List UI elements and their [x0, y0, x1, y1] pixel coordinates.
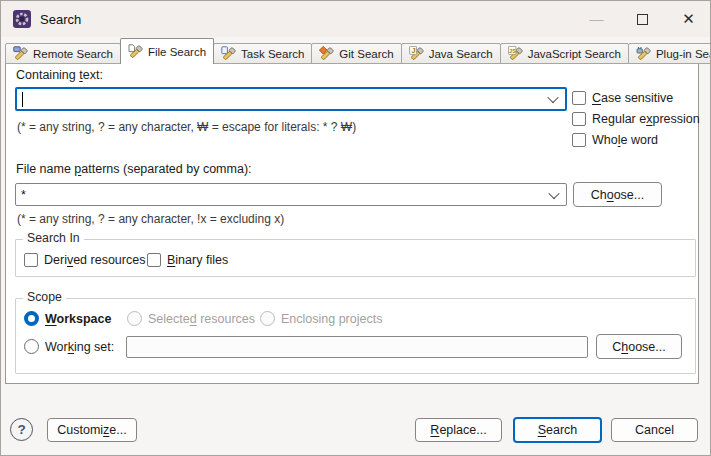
radio-disabled-icon [260, 311, 275, 326]
cancel-label: Cancel [635, 423, 674, 437]
enclosing-projects-radio: Enclosing projects [260, 310, 382, 327]
minimize-icon: — [590, 11, 604, 27]
file-name-patterns-hint: (* = any string, ? = any character, !x =… [17, 212, 284, 226]
radio-unselected-icon [24, 339, 39, 354]
file-name-patterns-label: File name patterns (separated by comma): [16, 162, 252, 176]
tab-label: Task Search [241, 48, 304, 60]
tab-remote-search[interactable]: Remote Search [5, 43, 121, 64]
radio-disabled-icon [127, 311, 142, 326]
search-label: Search [538, 423, 578, 437]
tab-label: Git Search [339, 48, 393, 60]
javascript-search-icon: JS [508, 46, 524, 62]
tab-label: File Search [148, 46, 206, 58]
text-caret [22, 92, 23, 107]
workspace-label: Workspace [45, 312, 111, 326]
close-icon: ✕ [682, 10, 695, 28]
tab-label: Java Search [429, 48, 493, 60]
containing-text-combo[interactable] [15, 87, 567, 111]
whole-word-checkbox[interactable]: Whole word [572, 131, 658, 148]
svg-text:J: J [411, 46, 415, 55]
tab-plugin-search[interactable]: Plug-in Search [628, 43, 711, 64]
title-bar: Search — ✕ [1, 1, 710, 37]
checkbox-icon [147, 253, 161, 267]
checkbox-icon [572, 112, 586, 126]
search-in-group: Search In Derived resources Binary files [15, 239, 696, 277]
working-set-label: Working set: [45, 340, 114, 354]
maximize-button[interactable] [620, 2, 665, 36]
help-button[interactable]: ? [10, 418, 33, 441]
containing-text-label: Containing text: [16, 68, 103, 82]
regular-expression-label: Regular expression [592, 112, 700, 126]
git-search-icon [319, 46, 335, 62]
containing-text-input[interactable] [24, 92, 549, 106]
selected-resources-label: Selected resources [148, 312, 255, 326]
derived-resources-checkbox[interactable]: Derived resources [24, 251, 145, 268]
choose-patterns-label: Choose... [591, 188, 645, 202]
file-name-patterns-combo[interactable] [15, 183, 567, 206]
choose-working-set-button[interactable]: Choose... [596, 334, 682, 359]
remote-search-icon [13, 46, 29, 62]
replace-button[interactable]: Replace... [415, 418, 502, 442]
scope-group-title: Scope [23, 290, 66, 304]
tab-git-search[interactable]: Git Search [311, 43, 401, 64]
chevron-down-icon[interactable] [548, 187, 559, 198]
task-search-icon [221, 46, 237, 62]
cancel-button[interactable]: Cancel [611, 418, 698, 442]
tab-label: Remote Search [33, 48, 113, 60]
choose-patterns-button[interactable]: Choose... [573, 182, 662, 207]
scope-group: Scope Workspace Selected resources Enclo… [15, 298, 696, 374]
case-sensitive-label: Case sensitive [592, 91, 673, 105]
search-button[interactable]: Search [513, 417, 602, 443]
checkbox-icon [24, 253, 38, 267]
radio-selected-icon [24, 311, 39, 326]
file-search-icon [128, 44, 144, 60]
working-set-input[interactable] [126, 336, 588, 358]
search-in-group-title: Search In [23, 231, 84, 245]
derived-resources-label: Derived resources [44, 253, 145, 267]
replace-label: Replace... [430, 423, 486, 437]
tab-label: JavaScript Search [528, 48, 621, 60]
regular-expression-checkbox[interactable]: Regular expression [572, 110, 700, 127]
svg-text:JS: JS [509, 47, 516, 53]
file-name-patterns-input[interactable] [21, 188, 550, 202]
enclosing-projects-label: Enclosing projects [281, 312, 382, 326]
selected-resources-radio: Selected resources [127, 310, 255, 327]
help-icon: ? [17, 422, 25, 437]
window-title: Search [40, 12, 81, 27]
search-dialog: Search — ✕ Remote Search File Search T [0, 0, 711, 456]
case-sensitive-checkbox[interactable]: Case sensitive [572, 89, 673, 106]
binary-files-label: Binary files [167, 253, 228, 267]
search-tab-strip: Remote Search File Search Task Search Gi… [5, 38, 711, 64]
close-button[interactable]: ✕ [666, 2, 711, 36]
choose-working-set-label: Choose... [612, 340, 666, 354]
chevron-down-icon[interactable] [547, 92, 558, 103]
binary-files-checkbox[interactable]: Binary files [147, 251, 228, 268]
plugin-search-icon [636, 46, 652, 62]
tab-label: Plug-in Search [656, 48, 711, 60]
checkbox-icon [572, 91, 586, 105]
whole-word-label: Whole word [592, 133, 658, 147]
tab-task-search[interactable]: Task Search [213, 43, 312, 64]
workspace-radio[interactable]: Workspace [24, 310, 111, 327]
maximize-icon [637, 14, 648, 25]
working-set-radio[interactable]: Working set: [24, 338, 114, 355]
customize-button[interactable]: Customize... [47, 418, 137, 442]
customize-label: Customize... [57, 423, 126, 437]
checkbox-icon [572, 133, 586, 147]
containing-text-hint: (* = any string, ? = any character, ₩ = … [17, 120, 356, 134]
tab-javascript-search[interactable]: JS JavaScript Search [500, 43, 629, 64]
java-search-icon: J [409, 46, 425, 62]
eclipse-search-app-icon [13, 10, 31, 28]
minimize-button[interactable]: — [574, 2, 619, 36]
tab-java-search[interactable]: J Java Search [401, 43, 501, 64]
tab-file-search[interactable]: File Search [120, 38, 214, 64]
